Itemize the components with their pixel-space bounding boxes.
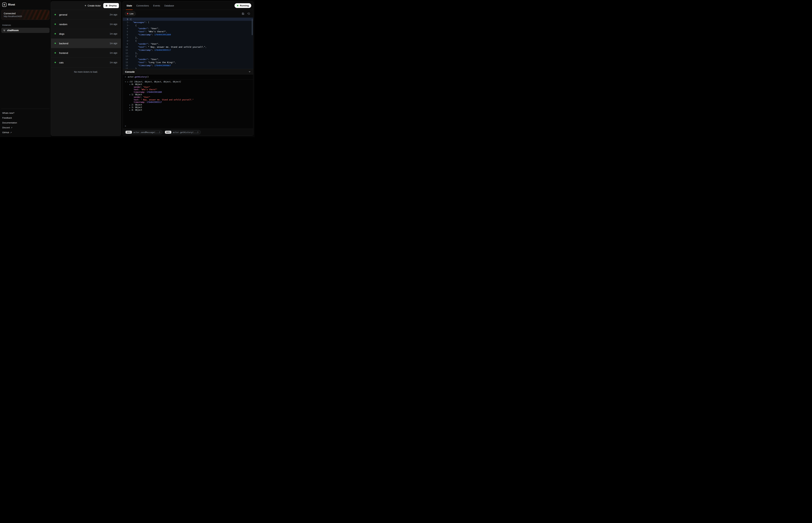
fold-chevron-icon[interactable]: ›: [127, 21, 131, 23]
editor-scrollbar[interactable]: [252, 19, 253, 35]
disclosure-triangle-icon[interactable]: ▼: [127, 81, 129, 83]
actor-status-dot: [55, 33, 56, 34]
fold-chevron-icon[interactable]: ›: [127, 24, 131, 26]
display-button[interactable]: Display: [103, 3, 119, 8]
code-text: {: [130, 39, 137, 42]
code-text: "messages": [: [130, 21, 149, 24]
line-number: 10: [125, 46, 128, 49]
create-actor-button[interactable]: + Create Actor: [85, 4, 101, 7]
save-button[interactable]: [241, 11, 245, 16]
actor-name: backend: [59, 42, 68, 45]
actor-name: dogs: [59, 33, 65, 35]
code-line: 3› {: [123, 24, 253, 27]
code-line: 7 },: [123, 36, 253, 39]
line-number: 7: [125, 36, 128, 39]
tab-database[interactable]: Database: [162, 1, 176, 10]
actor-row-random[interactable]: random1m ago: [51, 19, 121, 29]
console-entry: ▶3: Object: [127, 106, 193, 109]
live-label: Live: [129, 13, 134, 15]
code-line: 13› {: [123, 55, 253, 58]
line-number: 14: [125, 58, 128, 61]
code-text: {: [130, 24, 137, 27]
console-input-row[interactable]: >: [123, 124, 253, 129]
code-line: 17 },: [123, 67, 253, 69]
sidebar-link-feedback[interactable]: Feedback: [1, 115, 50, 120]
state-editor[interactable]: 1›{2› "messages": [3› {4 "sender": "User…: [123, 17, 253, 69]
actors-panel: + Create Actor Display general2m agorand…: [51, 1, 121, 136]
console-entry: ▼0: Object: [127, 83, 193, 86]
rpc-badge: RPC: [165, 131, 171, 134]
sidebar-link-whats-new[interactable]: Whats new?: [1, 110, 50, 115]
console-header[interactable]: Console: [123, 69, 253, 74]
actor-row-cats[interactable]: cats1m ago: [51, 58, 121, 67]
rpc-bar: RPCactor.sendMessage(...)RPCactor.getHis…: [123, 129, 253, 136]
actor-group-icon: [3, 29, 5, 32]
sliders-icon: [105, 4, 108, 7]
fold-chevron-icon[interactable]: ›: [127, 55, 131, 57]
code-text: "text": "Who’s there?",: [130, 30, 167, 33]
console-entry: ▶2: Object: [127, 104, 193, 106]
tab-state[interactable]: State: [125, 1, 134, 10]
line-number: 11: [125, 49, 128, 52]
prompt-icon: >: [125, 76, 126, 78]
fold-chevron-icon[interactable]: ›: [127, 18, 131, 20]
console: > actor.getHistory() < ▼(5) [Object, Obj…: [123, 74, 253, 129]
console-entry: ▼1: Object: [127, 93, 193, 96]
fold-chevron-icon[interactable]: ›: [127, 40, 131, 42]
live-badge: Live: [125, 11, 136, 16]
actor-status-dot: [55, 52, 56, 54]
actors-header: + Create Actor Display: [51, 1, 121, 10]
actor-age: 1m ago: [110, 23, 117, 25]
actor-age: 1m ago: [110, 33, 117, 35]
console-entry: text: "Who’s there?": [127, 88, 193, 91]
actor-row-dogs[interactable]: dogs1m ago: [51, 29, 121, 39]
actor-row-backend[interactable]: backend1m ago: [51, 39, 121, 48]
code-text: },: [130, 67, 138, 69]
rpc-button[interactable]: RPCactor.getHistory(...): [164, 130, 201, 134]
code-text: "timestamp": 1764043999867: [130, 64, 171, 67]
sidebar-link-documentation[interactable]: Documentation: [1, 120, 50, 125]
connection-status: Connected: [4, 12, 47, 15]
rpc-label: actor.getHistory(...): [173, 131, 198, 133]
code-line: 9 "sender": "User",: [123, 42, 253, 46]
return-icon: <: [125, 80, 126, 112]
actor-name: frontend: [59, 52, 68, 54]
code-line: 8› {: [123, 39, 253, 42]
console-result: < ▼(5) [Object, Object, Object, Object, …: [123, 79, 253, 112]
connection-card[interactable]: Connected http://localhost:6420: [1, 10, 50, 20]
disclosure-triangle-icon[interactable]: ▶: [129, 104, 132, 106]
console-tree: ▼(5) [Object, Object, Object, Object, Ob…: [127, 80, 193, 112]
console-entry: timestamp: 1764043991880: [127, 91, 193, 93]
actor-row-general[interactable]: general2m ago: [51, 10, 121, 19]
code-line: 4 "sender": "User",: [123, 27, 253, 30]
rpc-button[interactable]: RPCactor.sendMessage(...): [125, 130, 162, 134]
brand[interactable]: R Rivet: [1, 2, 50, 10]
connection-url: http://localhost:6420: [4, 15, 47, 18]
console-entry: sender: "User": [127, 96, 193, 98]
running-badge: Running: [235, 3, 251, 8]
tab-connections[interactable]: Connections: [135, 1, 151, 10]
sidebar-link-discord[interactable]: Discord↗: [1, 125, 50, 130]
disclosure-triangle-icon[interactable]: ▼: [129, 94, 132, 96]
undo-button[interactable]: [246, 11, 251, 16]
state-toolbar: Live: [123, 10, 253, 17]
sidebar-link-github[interactable]: GitHub↗: [1, 130, 50, 135]
detail-tabs-row: StateConnectionsEventsDatabase Running: [123, 1, 253, 10]
disclosure-triangle-icon[interactable]: ▼: [129, 84, 132, 86]
console-entry: ▶4: Object: [127, 109, 193, 111]
instance-item-chatRoom[interactable]: chatRoom: [1, 28, 50, 33]
actor-age: 1m ago: [110, 52, 117, 54]
code-text: },: [130, 52, 138, 55]
console-command: actor.getHistory(): [128, 76, 149, 78]
sidebar-link-label: Feedback: [2, 116, 12, 119]
create-actor-label: Create Actor: [88, 4, 101, 7]
disclosure-triangle-icon[interactable]: ▶: [129, 109, 132, 111]
sidebar-link-label: GitHub: [2, 131, 9, 134]
sidebar-link-label: Whats new?: [2, 112, 14, 114]
disclosure-triangle-icon[interactable]: ▶: [129, 106, 132, 109]
actor-row-frontend[interactable]: frontend1m ago: [51, 48, 121, 58]
tab-events[interactable]: Events: [151, 1, 162, 10]
external-link-icon: ↗: [10, 131, 12, 134]
code-line: 16 "timestamp": 1764043999867: [123, 64, 253, 67]
code-line: 14 "sender": "User",: [123, 58, 253, 61]
